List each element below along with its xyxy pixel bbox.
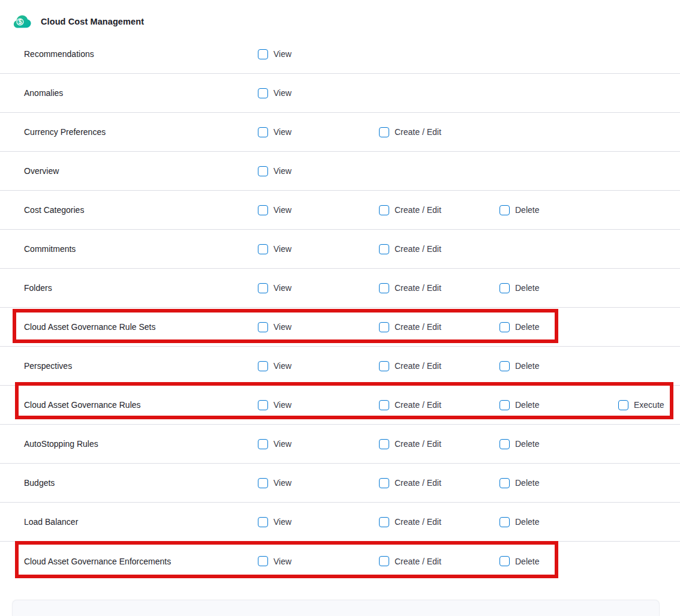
permission-checkbox-delete[interactable] xyxy=(500,439,510,449)
resource-label: Budgets xyxy=(24,478,55,488)
permission-row: Cloud Asset Governance Enforcements View… xyxy=(0,542,680,581)
permission-cell: Create / Edit xyxy=(379,556,500,566)
permission-cell: Create / Edit xyxy=(379,400,500,410)
resource-label: Recommendations xyxy=(24,49,94,59)
permission-label: Create / Edit xyxy=(395,127,441,137)
permission-label: Create / Edit xyxy=(395,400,441,410)
permission-row: Perspectives ViewCreate / EditDelete xyxy=(0,347,680,386)
permission-label: Delete xyxy=(515,205,539,215)
permission-row: Commitments ViewCreate / Edit xyxy=(0,230,680,269)
permission-cell: View xyxy=(258,400,379,410)
permission-checkbox-create-edit[interactable] xyxy=(379,244,389,254)
permission-checkbox-view[interactable] xyxy=(258,439,268,449)
permissions-screen: $ Cloud Cost Management Recommendations … xyxy=(0,0,680,616)
permission-checkbox-delete[interactable] xyxy=(500,322,510,332)
resource-label: Perspectives xyxy=(24,361,72,371)
ccm-cloud-dollar-icon: $ xyxy=(13,14,31,29)
permission-checkbox-create-edit[interactable] xyxy=(379,556,389,566)
permission-label: Delete xyxy=(515,283,539,293)
permission-checkbox-create-edit[interactable] xyxy=(379,205,389,215)
permission-cell: Create / Edit xyxy=(379,517,500,527)
permission-label: Delete xyxy=(515,557,539,566)
permission-cell: Delete xyxy=(500,400,618,410)
permission-cell: View xyxy=(258,439,379,449)
permission-label: Create / Edit xyxy=(395,205,441,215)
permission-row: Load Balancer ViewCreate / EditDelete xyxy=(0,503,680,542)
resource-label: Folders xyxy=(24,283,52,293)
permission-label: Delete xyxy=(515,439,539,449)
permission-cell: Create / Edit xyxy=(379,322,500,332)
permission-row: Recommendations View xyxy=(0,35,680,74)
resource-label: Cloud Asset Governance Rules xyxy=(24,400,141,410)
permission-cell: Delete xyxy=(500,478,618,488)
permission-label: Create / Edit xyxy=(395,557,441,566)
permission-checkbox-delete[interactable] xyxy=(500,478,510,488)
permission-checkbox-delete[interactable] xyxy=(500,400,510,410)
permission-cell: Create / Edit xyxy=(379,361,500,371)
permission-checkbox-view[interactable] xyxy=(258,127,268,137)
permission-label: Create / Edit xyxy=(395,361,441,371)
permission-row: Cost Categories ViewCreate / EditDelete xyxy=(0,191,680,230)
permission-cell: Create / Edit xyxy=(379,439,500,449)
permission-cell: Delete xyxy=(500,283,618,293)
permission-checkbox-create-edit[interactable] xyxy=(379,439,389,449)
permission-label: Delete xyxy=(515,400,539,410)
permission-checkbox-create-edit[interactable] xyxy=(379,361,389,371)
permission-checkbox-view[interactable] xyxy=(258,517,268,527)
permission-checkbox-delete[interactable] xyxy=(500,205,510,215)
permission-label: Delete xyxy=(515,322,539,332)
permission-cell: Create / Edit xyxy=(379,283,500,293)
permission-checkbox-create-edit[interactable] xyxy=(379,400,389,410)
permission-checkbox-delete[interactable] xyxy=(500,517,510,527)
permission-cell: View xyxy=(258,205,379,215)
permission-cell: Execute xyxy=(618,400,680,410)
resource-label: Load Balancer xyxy=(24,517,78,527)
permission-checkbox-create-edit[interactable] xyxy=(379,478,389,488)
permission-checkbox-view[interactable] xyxy=(258,361,268,371)
permission-label: Create / Edit xyxy=(395,283,441,293)
permission-checkbox-create-edit[interactable] xyxy=(379,322,389,332)
permission-cell: Delete xyxy=(500,439,618,449)
permissions-table: Recommendations View Anomalies View Curr… xyxy=(0,35,680,581)
permission-label: Create / Edit xyxy=(395,478,441,488)
permission-checkbox-delete[interactable] xyxy=(500,283,510,293)
permission-checkbox-view[interactable] xyxy=(258,166,268,176)
permission-row: Budgets ViewCreate / EditDelete xyxy=(0,464,680,503)
resource-label: AutoStopping Rules xyxy=(24,439,98,449)
permission-cell: Delete xyxy=(500,517,618,527)
permission-row: Overview View xyxy=(0,152,680,191)
permission-checkbox-view[interactable] xyxy=(258,400,268,410)
permission-checkbox-create-edit[interactable] xyxy=(379,127,389,137)
permission-checkbox-view[interactable] xyxy=(258,88,268,98)
permission-label: View xyxy=(273,361,291,371)
permission-checkbox-execute[interactable] xyxy=(618,400,628,410)
permission-row: AutoStopping Rules ViewCreate / EditDele… xyxy=(0,425,680,464)
permission-label: Delete xyxy=(515,517,539,527)
permission-label: View xyxy=(273,557,291,566)
permission-cell: View xyxy=(258,322,379,332)
permission-checkbox-view[interactable] xyxy=(258,478,268,488)
permission-checkbox-create-edit[interactable] xyxy=(379,283,389,293)
permission-checkbox-view[interactable] xyxy=(258,283,268,293)
permission-cell: View xyxy=(258,283,379,293)
permission-label: Create / Edit xyxy=(395,322,441,332)
permission-cell: View xyxy=(258,166,379,176)
permission-row: Folders ViewCreate / EditDelete xyxy=(0,269,680,308)
permission-label: Execute xyxy=(634,400,664,410)
permission-checkbox-view[interactable] xyxy=(258,205,268,215)
permission-checkbox-create-edit[interactable] xyxy=(379,517,389,527)
permission-checkbox-view[interactable] xyxy=(258,49,268,59)
permission-cell: View xyxy=(258,361,379,371)
permission-cell: Create / Edit xyxy=(379,127,500,137)
resource-label: Cloud Asset Governance Rule Sets xyxy=(24,322,155,332)
permission-checkbox-view[interactable] xyxy=(258,322,268,332)
permission-checkbox-view[interactable] xyxy=(258,556,268,566)
resource-label: Anomalies xyxy=(24,88,63,98)
permission-checkbox-view[interactable] xyxy=(258,244,268,254)
resource-label: Cost Categories xyxy=(24,205,84,215)
permission-cell: View xyxy=(258,478,379,488)
permission-checkbox-delete[interactable] xyxy=(500,556,510,566)
permission-label: View xyxy=(273,166,291,176)
permission-row: Anomalies View xyxy=(0,74,680,113)
permission-checkbox-delete[interactable] xyxy=(500,361,510,371)
